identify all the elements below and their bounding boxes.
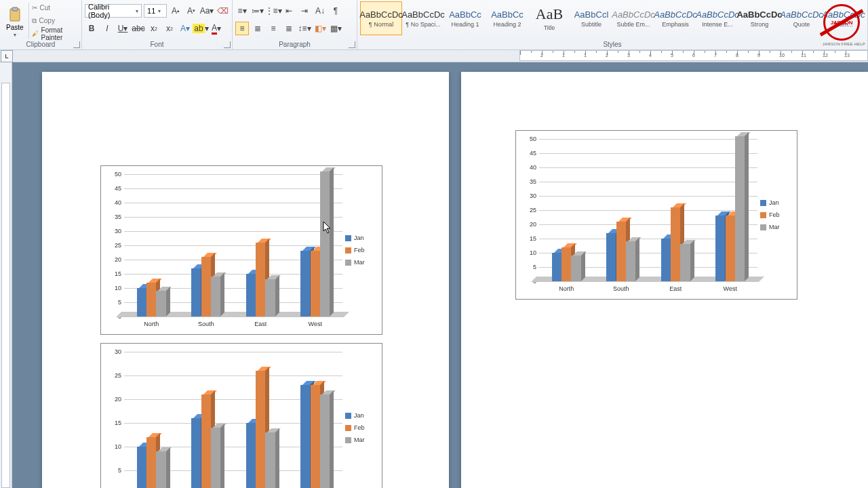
bar[interactable]: [191, 268, 201, 317]
bar[interactable]: [265, 279, 275, 317]
cut-button[interactable]: ✂ Cut: [31, 2, 79, 14]
strike-button[interactable]: abc: [132, 22, 145, 35]
bar[interactable]: [211, 277, 220, 317]
bar[interactable]: [256, 243, 265, 317]
tab-selector[interactable]: L: [1, 50, 13, 62]
font-size-combo[interactable]: 11▾: [144, 4, 167, 18]
bar[interactable]: [616, 222, 626, 281]
dec-indent-button[interactable]: ⇤: [282, 4, 296, 18]
font-color-button[interactable]: A▾: [210, 22, 223, 35]
style--no-spaci-[interactable]: AaBbCcDc¶ No Spaci...: [402, 1, 444, 35]
format-painter-button[interactable]: 🖌 Format Painter: [31, 28, 79, 40]
shading-button[interactable]: ◧▾: [313, 22, 327, 35]
subscript-button[interactable]: x2: [147, 22, 161, 35]
bar[interactable]: [137, 288, 146, 317]
bar[interactable]: [211, 428, 220, 488]
bar[interactable]: [201, 257, 211, 317]
y-tick: 30: [115, 228, 121, 235]
style-strong[interactable]: AaBbCcDcStrong: [738, 1, 781, 35]
bold-button[interactable]: B: [85, 22, 98, 35]
justify-button[interactable]: ≣: [282, 22, 296, 35]
style--normal[interactable]: AaBbCcDc¶ Normal: [360, 1, 402, 35]
align-center-button[interactable]: ≣: [251, 22, 264, 35]
bar[interactable]: [191, 418, 201, 488]
shrink-font-button[interactable]: A▾: [184, 4, 198, 18]
copy-button[interactable]: ⧉ Copy: [31, 15, 79, 27]
bar[interactable]: [246, 274, 256, 317]
bar[interactable]: [561, 247, 571, 281]
underline-button[interactable]: U▾: [116, 22, 130, 35]
bar[interactable]: [146, 283, 156, 317]
bar[interactable]: [311, 385, 320, 488]
bar[interactable]: [626, 241, 635, 281]
font-name-combo[interactable]: Calibri (Body)▾: [85, 4, 142, 18]
bar[interactable]: [156, 451, 165, 488]
bar[interactable]: [571, 256, 580, 281]
bar[interactable]: [735, 136, 745, 281]
align-left-button[interactable]: ≡: [235, 22, 249, 35]
font-launcher[interactable]: [224, 41, 231, 48]
show-marks-button[interactable]: ¶: [329, 4, 342, 18]
page-1[interactable]: 05101520253035404550NorthSouthEastWestJa…: [42, 72, 449, 488]
bar[interactable]: [246, 423, 256, 488]
style-subtitle[interactable]: AaBbCclSubtitle: [570, 1, 612, 35]
change-case-button[interactable]: Aa▾: [200, 4, 214, 18]
bar[interactable]: [311, 251, 320, 317]
grow-font-button[interactable]: A▴: [169, 4, 182, 18]
bullets-button[interactable]: ≡▾: [235, 4, 249, 18]
text-effects-button[interactable]: A▾: [178, 22, 192, 35]
y-tick: 35: [530, 178, 536, 185]
numbering-button[interactable]: ≔▾: [251, 4, 264, 18]
style-intense-e-[interactable]: AaBbCcDcIntense E...: [696, 1, 738, 35]
style-title[interactable]: AaBTitle: [528, 1, 570, 35]
bar[interactable]: [661, 239, 671, 281]
style-heading-1[interactable]: AaBbCcHeading 1: [444, 1, 486, 35]
bar[interactable]: [146, 437, 156, 488]
bar[interactable]: [265, 432, 275, 488]
inc-indent-button[interactable]: ⇥: [298, 4, 311, 18]
bar[interactable]: [320, 171, 330, 317]
y-tick: 15: [530, 235, 536, 242]
borders-button[interactable]: ▦▾: [329, 22, 342, 35]
bar[interactable]: [137, 447, 146, 488]
bar[interactable]: [201, 394, 211, 488]
x-category: North: [559, 285, 574, 292]
bar[interactable]: [671, 207, 680, 281]
clear-format-button[interactable]: ⌫: [216, 4, 229, 18]
chart[interactable]: 05101520253035404550NorthSouthEastWestJa…: [515, 130, 797, 300]
highlight-button[interactable]: ab▾: [194, 22, 208, 35]
bar[interactable]: [256, 371, 265, 488]
paragraph-launcher[interactable]: [349, 41, 355, 48]
paste-button[interactable]: Paste ▼: [3, 1, 27, 40]
horizontal-ruler[interactable]: 2112345678910111213: [519, 50, 868, 61]
chart[interactable]: 05101520253035404550NorthSouthEastWestJa…: [100, 165, 382, 335]
multilevel-button[interactable]: ⋮≡▾: [267, 4, 280, 18]
bar[interactable]: [715, 216, 725, 281]
style-subtle-em-[interactable]: AaBbCcDcSubtle Em...: [612, 1, 654, 35]
bar[interactable]: [552, 253, 561, 281]
chart[interactable]: 051015202530NorthSouthEastWestJanFebMar: [100, 343, 382, 488]
sort-button[interactable]: A↓: [313, 4, 327, 18]
italic-button[interactable]: I: [100, 22, 114, 35]
superscript-button[interactable]: x2: [163, 22, 176, 35]
y-tick: 20: [115, 396, 121, 403]
y-tick: 30: [115, 348, 121, 355]
align-right-button[interactable]: ≡: [267, 22, 280, 35]
style-heading-2[interactable]: AaBbCcHeading 2: [486, 1, 528, 35]
clipboard-launcher[interactable]: [73, 41, 80, 48]
bar[interactable]: [680, 244, 690, 281]
bar[interactable]: [300, 385, 310, 488]
bar[interactable]: [320, 394, 330, 488]
bar[interactable]: [156, 291, 165, 317]
bar[interactable]: [726, 216, 735, 281]
bar[interactable]: [300, 251, 310, 317]
y-tick: 50: [530, 136, 536, 142]
bar[interactable]: [606, 233, 616, 281]
styles-gallery[interactable]: AaBbCcDc¶ NormalAaBbCcDc¶ No Spaci...AaB…: [360, 1, 865, 40]
page-2[interactable]: 05101520253035404550NorthSouthEastWestJa…: [461, 72, 868, 488]
style-emphasis[interactable]: AaBbCcDcEmphasis: [654, 1, 696, 35]
vertical-ruler[interactable]: [0, 62, 12, 488]
font-name-value: Calibri (Body): [88, 3, 133, 19]
style-quote[interactable]: AaBbCcDcQuote: [781, 1, 823, 35]
line-spacing-button[interactable]: ↕≡▾: [298, 22, 311, 35]
